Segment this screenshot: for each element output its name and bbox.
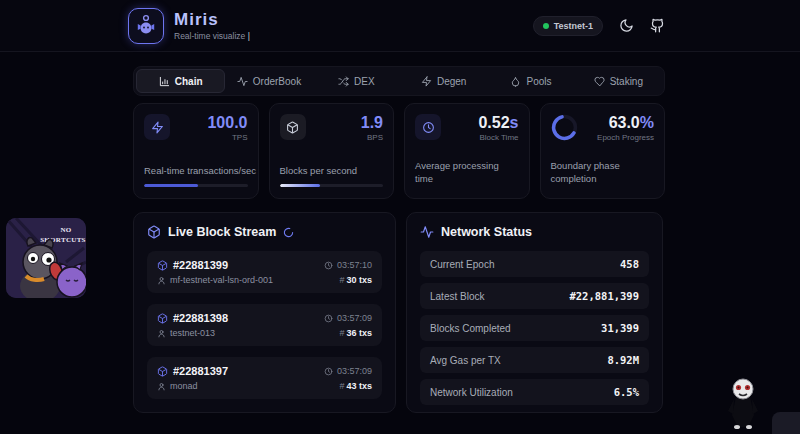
tab-staking[interactable]: Staking: [575, 69, 662, 93]
hash-icon: #: [339, 381, 344, 391]
tab-pools[interactable]: Pools: [487, 69, 574, 93]
tab-dex[interactable]: DEX: [313, 69, 400, 93]
stat-unit: Block Time: [478, 133, 518, 142]
tab-degen[interactable]: Degen: [400, 69, 487, 93]
moon-icon: [619, 18, 634, 33]
loader-icon: [283, 227, 294, 238]
zap-icon: [421, 76, 432, 87]
panel-title: Network Status: [441, 225, 532, 239]
stat-value: 6.5%: [614, 386, 639, 398]
stat-label: Network Utilization: [430, 387, 513, 398]
user-icon: [157, 276, 166, 285]
stat-description: Real-time transactions/sec: [144, 165, 256, 176]
tab-orderbook[interactable]: OrderBook: [225, 69, 312, 93]
stat-value: 100.0: [207, 114, 247, 132]
user-icon: [157, 382, 166, 391]
activity-icon: [420, 225, 434, 239]
block-list-item[interactable]: #22881399 03:57:10 mf-testnet-val-lsn-or…: [147, 251, 382, 293]
block-validator: testnet-013: [157, 328, 215, 338]
status-dot-icon: [543, 23, 549, 29]
app-subtitle: Real-time visualize |: [174, 31, 250, 41]
block-tx-count: #30 txs: [339, 275, 372, 285]
droplet-icon: [510, 76, 521, 87]
stat-card-tps: 100.0 TPS Real-time transactions/sec: [133, 103, 259, 199]
stat-value: 31,399: [601, 322, 639, 334]
network-stat-row: Latest Block #22,881,399: [420, 283, 649, 309]
stat-label: Latest Block: [430, 291, 484, 302]
progress-ring-icon: [551, 114, 578, 141]
hash-icon: #: [339, 328, 344, 338]
stat-unit: BPS: [361, 133, 383, 142]
cube-icon: [157, 260, 168, 271]
github-link-button[interactable]: [650, 18, 665, 33]
stat-value: #22,881,399: [569, 290, 639, 302]
app-header: Miris Real-time visualize | Testnet-1: [0, 0, 800, 52]
network-status-panel: Network Status Current Epoch 458 Latest …: [406, 212, 663, 413]
theme-toggle-button[interactable]: [619, 18, 634, 33]
block-number: #22881399: [157, 259, 228, 271]
block-number: #22881397: [157, 365, 228, 377]
cube-icon: [280, 114, 306, 140]
zap-icon: [144, 114, 170, 140]
bar-chart-icon: [159, 76, 170, 87]
block-list-item[interactable]: #22881397 03:57:09 monad #43 txs: [147, 357, 382, 399]
miris-dashboard: Miris Real-time visualize | Testnet-1: [0, 0, 800, 434]
stat-value: 8.92M: [607, 354, 639, 366]
clock-icon: [324, 367, 333, 376]
cube-icon: [157, 313, 168, 324]
cube-icon: [157, 366, 168, 377]
stat-label: Avg Gas per TX: [430, 355, 501, 366]
heart-icon: [594, 76, 605, 87]
panel-title: Live Block Stream: [168, 225, 276, 239]
tab-label: Chain: [175, 76, 203, 87]
tab-label: Degen: [437, 76, 466, 87]
network-stat-row: Current Epoch 458: [420, 251, 649, 277]
block-tx-count: #36 txs: [339, 328, 372, 338]
clock-icon: [324, 261, 333, 270]
stat-unit: Epoch Progress: [597, 133, 654, 142]
sticker-art: NO SHORTCUTS: [6, 218, 86, 298]
block-validator: monad: [157, 381, 198, 391]
mascot-art: [724, 377, 762, 431]
brand: Miris Real-time visualize |: [174, 10, 250, 41]
tab-label: Pools: [526, 76, 551, 87]
stat-value: 1.9: [361, 114, 383, 132]
tab-label: DEX: [354, 76, 375, 87]
live-block-stream-panel: Live Block Stream #22881399 03:57:10: [133, 212, 396, 413]
block-time: 03:57:10: [324, 260, 372, 270]
stat-description: Average processing time: [415, 160, 519, 186]
stat-card-bps: 1.9 BPS Blocks per second: [269, 103, 395, 199]
network-stat-row: Blocks Completed 31,399: [420, 315, 649, 341]
user-icon: [157, 329, 166, 338]
stat-card-block-time: 0.52s Block Time Average processing time: [404, 103, 530, 199]
hash-icon: #: [339, 275, 344, 285]
activity-icon: [237, 76, 248, 87]
cube-icon: [147, 225, 161, 239]
stat-description: Blocks per second: [280, 165, 358, 176]
stat-value: 0.52s: [478, 114, 518, 132]
network-badge-label: Testnet-1: [554, 21, 593, 31]
block-tx-count: #43 txs: [339, 381, 372, 391]
shuffle-icon: [338, 76, 349, 87]
stat-value: 458: [620, 258, 639, 270]
app-title: Miris: [174, 10, 250, 30]
stat-label: Blocks Completed: [430, 323, 511, 334]
view-tabs: Chain OrderBook DEX Degen: [133, 66, 665, 96]
sticker-line1: NO: [60, 226, 71, 234]
block-time: 03:57:09: [324, 313, 372, 323]
block-number: #22881398: [157, 312, 228, 324]
header-actions: Testnet-1: [533, 16, 665, 36]
clock-icon: [324, 314, 333, 323]
github-icon: [650, 18, 665, 33]
block-list-item[interactable]: #22881398 03:57:09 testnet-013 #36 txs: [147, 304, 382, 346]
network-badge[interactable]: Testnet-1: [533, 16, 603, 36]
stat-label: Current Epoch: [430, 259, 494, 270]
corner-card-peek: [772, 412, 800, 434]
mascot-character: [724, 377, 762, 431]
tab-chain[interactable]: Chain: [136, 69, 225, 93]
app-logo[interactable]: [128, 8, 164, 44]
block-validator: mf-testnet-val-lsn-ord-001: [157, 275, 273, 285]
network-stat-row: Network Utilization 6.5%: [420, 379, 649, 405]
block-time: 03:57:09: [324, 366, 372, 376]
clock-icon: [415, 114, 441, 140]
